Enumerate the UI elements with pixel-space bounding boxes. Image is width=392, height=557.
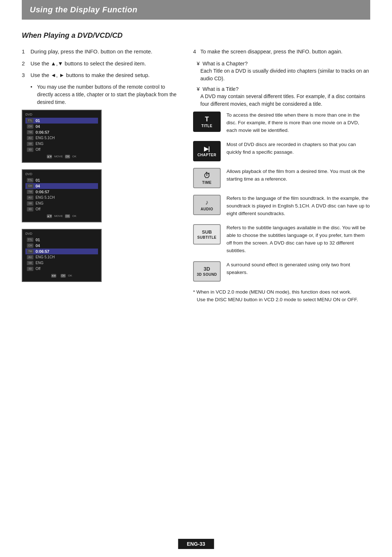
audio-icon-2: AU: [27, 195, 33, 200]
chapter-icon-1: CH: [27, 124, 33, 129]
sound-icon-label: 3D SOUND: [197, 273, 217, 277]
steps-list: 1 During play, press the INFO. button on…: [22, 48, 179, 80]
bullet-note: • You may use the number buttons of the …: [30, 83, 179, 106]
icon-row-audio: ♪ AUDIO Refers to the language of the fi…: [193, 195, 370, 218]
what-is-chapter-title: ¥ What is a Chapter?: [197, 61, 370, 66]
time-icon-symbol: ⏱: [203, 171, 211, 180]
dvd-label-1: DVD: [25, 113, 98, 116]
subtitle-icon-3: SB: [27, 261, 33, 265]
icon-row-subtitle: SUB SUBTITLE Refers to the subtitle lang…: [193, 224, 370, 255]
audio-icon-3: AU: [27, 255, 33, 259]
move-icon-1: ▲▼: [47, 155, 52, 158]
dvd-row-sound-3: 3D Off: [25, 266, 98, 272]
dvd-row-time-3: TM 0:06:57: [25, 249, 98, 254]
step-4: 4 To make the screen disappear, press th…: [193, 48, 370, 56]
what-is-title-text: A DVD may contain several different titl…: [200, 93, 370, 108]
dvd-screen-2: DVD TTL 01 CH 04 TM 0:06:57 AU ENG 5.1CH: [22, 169, 102, 222]
audio-icon-1: AU: [27, 136, 33, 140]
icon-row-title: T TITLE To access the desired title when…: [193, 112, 370, 134]
left-column: 1 During play, press the INFO. button on…: [22, 48, 179, 304]
audio-icon-symbol: ♪: [205, 199, 209, 206]
step-text-3: Use the ◄, ► buttons to make the desired…: [30, 71, 150, 80]
footer-notes: * When in VCD 2.0 mode (MENU ON mode), t…: [193, 288, 370, 304]
what-is-chapter-text: Each Title on a DVD is usually divided i…: [200, 67, 370, 82]
audio-icon-box: ♪ AUDIO: [193, 195, 221, 215]
step-num-2: 2: [22, 60, 28, 68]
bullet-text: You may use the number buttons of the re…: [37, 83, 179, 106]
dvd-row-audio-2: AU ENG 5.1CH: [25, 195, 98, 201]
right-column: 4 To make the screen disappear, press th…: [193, 48, 370, 304]
step-text-4: To make the screen disappear, press the …: [200, 49, 343, 55]
main-content: 1 During play, press the INFO. button on…: [22, 48, 370, 304]
chapter-icon-desc: Most of DVD discs are recorded in chapte…: [226, 141, 370, 156]
dvd-row-title-3: TTL 01: [25, 237, 98, 243]
dvd-row-subtitle-1: SB ENG: [25, 141, 98, 147]
time-icon-1: TM: [27, 130, 33, 134]
time-icon-box: ⏱ TIME: [193, 168, 221, 188]
subtitle-icon-label: SUBTITLE: [197, 235, 217, 239]
sound-icon-desc: A surround sound effect is generated usi…: [226, 261, 370, 277]
dvd-row-sound-2: 3D Off: [25, 206, 98, 212]
title-icon-3: TTL: [27, 238, 33, 242]
dvd-bottom-3: ◄► OK OK: [25, 274, 98, 278]
title-icon-label: TITLE: [201, 124, 212, 128]
dvd-row-chapter-3: CH 04: [25, 243, 98, 249]
dvd-row-time-1: TM 0:06:57: [25, 129, 98, 135]
dvd-row-chapter-2: CH 04: [25, 183, 98, 189]
ok-icon-3: OK: [61, 274, 66, 278]
step-1: 1 During play, press the INFO. button on…: [22, 48, 179, 56]
title-icon-2: TTL: [27, 178, 33, 182]
subtitle-icon-symbol: SUB: [202, 229, 212, 235]
step-num-4: 4: [193, 49, 199, 55]
icon-desc-section: T TITLE To access the desired title when…: [193, 112, 370, 281]
chapter-icon-label: CHAPTER: [197, 153, 216, 157]
step-2: 2 Use the ▲,▼ buttons to select the desi…: [22, 60, 179, 68]
sound-icon-2: 3D: [27, 207, 33, 211]
title-icon-box: T TITLE: [193, 112, 221, 132]
footer-note-2: Use the DISC MENU button in VCD 2.0 mode…: [197, 296, 370, 304]
page-number: ENG-33: [178, 539, 214, 549]
dvd-row-chapter-1: CH 04: [25, 124, 98, 129]
icon-row-3dsound: 3D 3D SOUND A surround sound effect is g…: [193, 261, 370, 282]
move-icon-2: ▲▼: [47, 214, 52, 218]
sound-icon-symbol: 3D: [204, 266, 210, 272]
icon-row-time: ⏱ TIME Allows playback of the film from …: [193, 168, 370, 188]
chapter-icon-box: ▶| CHAPTER: [193, 141, 221, 161]
time-icon-desc: Allows playback of the film from a desir…: [226, 168, 370, 183]
sound-icon-3: 3D: [27, 267, 33, 271]
time-icon-2: TM: [27, 190, 33, 194]
title-icon-1: TTL: [27, 118, 33, 123]
title-icon-symbol: T: [205, 116, 209, 123]
chapter-icon-2: CH: [27, 184, 33, 188]
dvd-row-subtitle-3: SB ENG: [25, 260, 98, 266]
page-title: Using the Display Function: [30, 5, 362, 15]
step-3: 3 Use the ◄, ► buttons to make the desir…: [22, 71, 179, 80]
icon-row-chapter: ▶| CHAPTER Most of DVD discs are recorde…: [193, 141, 370, 161]
step-text-1: During play, press the INFO. button on t…: [30, 48, 152, 56]
dvd-row-time-2: TM 0:06:57: [25, 189, 98, 195]
footer-note-1: * When in VCD 2.0 mode (MENU ON mode), t…: [193, 288, 370, 296]
dvd-row-title-1: TTL 01: [25, 118, 98, 124]
step-text-2: Use the ▲,▼ buttons to select the desire…: [30, 60, 146, 68]
move-icon-3: ◄►: [51, 274, 56, 278]
title-icon-desc: To access the desired title when there i…: [226, 112, 370, 134]
subtitle-icon-2: SB: [27, 201, 33, 206]
dvd-bottom-1: ▲▼ MOVE OK OK: [25, 155, 98, 158]
what-is-chapter: ¥ What is a Chapter? Each Title on a DVD…: [197, 61, 370, 82]
time-icon-3: TM: [27, 249, 33, 254]
subtitle-icon-box: SUB SUBTITLE: [193, 224, 221, 245]
bullet-symbol: •: [30, 83, 34, 106]
dvd-row-subtitle-2: SB ENG: [25, 201, 98, 206]
subtitle-icon-1: SB: [27, 142, 33, 146]
chapter-icon-symbol: ▶|: [204, 145, 210, 152]
sound-icon-1: 3D: [27, 148, 33, 152]
step-num-3: 3: [22, 71, 28, 80]
sound-icon-box: 3D 3D SOUND: [193, 261, 221, 282]
dvd-screen-1: DVD TTL 01 CH 04 TM 0:06:57 AU ENG 5.1CH: [22, 110, 102, 163]
section-title: When Playing a DVD/VCD/CD: [22, 31, 370, 40]
step-num-1: 1: [22, 48, 28, 56]
dvd-row-sound-1: 3D Off: [25, 147, 98, 153]
dvd-row-audio-3: AU ENG 5.1CH: [25, 254, 98, 260]
ok-icon-1: OK: [65, 155, 70, 158]
audio-icon-label: AUDIO: [201, 207, 213, 211]
